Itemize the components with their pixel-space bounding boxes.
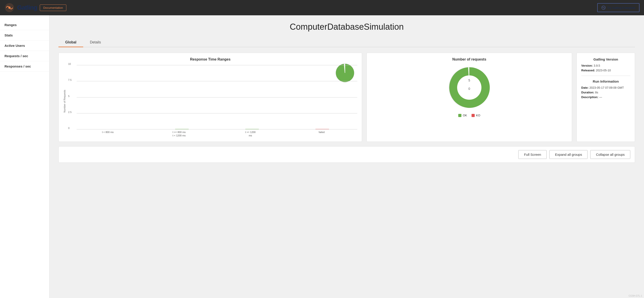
- donut-label-ok: 5: [468, 79, 470, 82]
- expand-all-button[interactable]: Expand all groups: [549, 150, 588, 159]
- date-row: Date: 2023-05-17 07:09:09 GMT: [581, 86, 630, 89]
- tab-global[interactable]: Global: [58, 38, 83, 47]
- sidebar-item-requests-sec[interactable]: Requests / sec: [0, 51, 49, 61]
- grid-label-10: 10: [68, 63, 71, 65]
- legend-item-ok: OK: [458, 114, 467, 117]
- pie-legend: OK KO: [458, 114, 480, 117]
- sidebar-item-active-users[interactable]: Active Users: [0, 41, 49, 51]
- bar-2: [245, 129, 259, 129]
- bar-group-3: [292, 129, 353, 129]
- logo-area: Gatling Documentation: [4, 3, 66, 13]
- description-row: Description: —: [581, 95, 630, 99]
- released-row: Released: 2023-05-10: [581, 69, 630, 72]
- bar-1: [175, 129, 189, 129]
- run-info-section: Run Information Date: 2023-05-17 07:09:0…: [581, 80, 630, 99]
- bar-chart-container: Number of Requests 10: [63, 65, 357, 137]
- info-divider: [581, 76, 630, 76]
- legend-dot-ok: [458, 114, 462, 117]
- donut-container: 5 0: [447, 65, 492, 110]
- legend-label-ok: OK: [463, 114, 467, 117]
- version-label: Version:: [581, 64, 593, 67]
- bottom-bar: Full Screen Expand all groups Collapse a…: [58, 146, 635, 163]
- duration-row: Duration: 8s: [581, 91, 630, 94]
- main-layout: Ranges Stats Active Users Requests / sec…: [0, 15, 644, 298]
- description-label: Description:: [581, 95, 598, 99]
- top-navbar: Gatling Documentation Try Gatling Enterp…: [0, 0, 644, 15]
- version-row: Version: 3.9.5: [581, 64, 630, 67]
- bar-chart-grid: 10 7.5 5: [68, 65, 357, 129]
- duration-value: 8s: [595, 91, 598, 94]
- grid-label-5: 5: [68, 95, 70, 98]
- tab-details[interactable]: Details: [83, 38, 108, 47]
- collapse-all-button[interactable]: Collapse all groups: [590, 150, 630, 159]
- bar-3: [316, 129, 329, 129]
- legend-item-ko: KO: [472, 114, 480, 117]
- x-label-3: failed: [290, 131, 353, 137]
- sidebar-item-responses-sec[interactable]: Responses / sec: [0, 61, 49, 72]
- sidebar-item-ranges[interactable]: Ranges: [0, 20, 49, 30]
- main-content: ComputerDatabaseSimulation Global Detail…: [50, 15, 644, 298]
- gatling-version-section: Gatling Version Version: 3.9.5 Released:…: [581, 57, 630, 72]
- gatling-logo-icon: [4, 3, 14, 13]
- svg-point-1: [8, 7, 10, 9]
- logo-text: Gatling: [17, 4, 37, 11]
- documentation-button[interactable]: Documentation: [40, 5, 66, 11]
- response-time-chart-title: Response Time Ranges: [63, 57, 357, 62]
- x-label-0: t < 800 ms: [77, 131, 139, 137]
- charts-row: Response Time Ranges Number of Requests: [58, 53, 635, 142]
- date-value: 2023-05-17 07:09:09 GMT: [589, 86, 624, 89]
- info-cards: Gatling Version Version: 3.9.5 Released:…: [576, 53, 635, 142]
- sidebar-item-stats[interactable]: Stats: [0, 30, 49, 41]
- date-label: Date:: [581, 86, 589, 89]
- legend-label-ko: KO: [476, 114, 480, 117]
- response-time-chart-card: Response Time Ranges Number of Requests: [58, 53, 362, 142]
- sidebar: Ranges Stats Active Users Requests / sec…: [0, 15, 50, 298]
- page-title: ComputerDatabaseSimulation: [58, 22, 635, 32]
- description-value: —: [599, 95, 602, 99]
- requests-chart-card: Number of requests: [366, 53, 572, 142]
- enterprise-button-label: Try Gatling Enterprise: [607, 6, 636, 10]
- requests-chart-title: Number of requests: [371, 57, 567, 62]
- version-value: 3.9.5: [594, 64, 600, 67]
- y-axis-label: Number of Requests: [63, 90, 66, 113]
- bar-chart-inner: 10 7.5 5: [68, 65, 357, 137]
- bar-group-1: [151, 129, 212, 129]
- grid-label-75: 7.5: [68, 79, 72, 81]
- gatling-enterprise-icon: [601, 6, 606, 10]
- x-label-2: t >= 1200ms: [219, 131, 282, 137]
- x-labels: t < 800 ms t >= 800 mst < 1200 ms t >= 1…: [68, 131, 357, 137]
- pie-chart-wrapper: 5 0 OK KO: [371, 65, 567, 117]
- x-label-1: t >= 800 mst < 1200 ms: [148, 131, 210, 137]
- bars-area: [77, 65, 357, 129]
- grid-label-0: 0: [68, 127, 70, 129]
- bar-group-2: [222, 129, 283, 129]
- released-value: 2023-05-10: [596, 69, 611, 72]
- run-info-title: Run Information: [581, 80, 630, 83]
- enterprise-button[interactable]: Try Gatling Enterprise: [597, 3, 640, 12]
- legend-dot-ko: [472, 114, 475, 117]
- grid-line-0: 0: [77, 129, 357, 129]
- full-screen-button[interactable]: Full Screen: [518, 150, 547, 159]
- gatling-version-title: Gatling Version: [581, 57, 630, 61]
- donut-label-ko: 0: [468, 87, 470, 91]
- released-label: Released:: [581, 69, 595, 72]
- grid-label-25: 2.5: [68, 111, 72, 113]
- tabs-bar: Global Details: [58, 38, 635, 47]
- duration-label: Duration:: [581, 91, 594, 94]
- watermark: CGSH-GTL-1: [628, 295, 642, 297]
